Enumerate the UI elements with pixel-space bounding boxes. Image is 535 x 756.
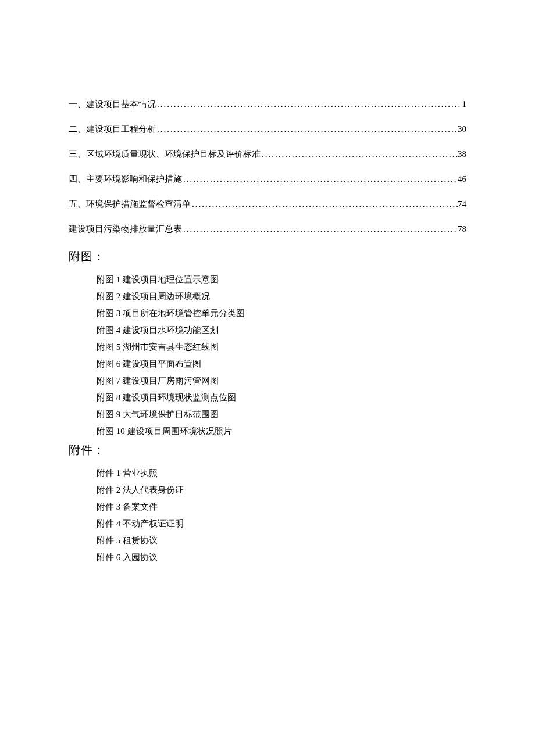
list-item: 附图 7 建设项目厂房雨污管网图 [97,372,466,389]
list-item: 附件 4 不动产权证证明 [97,515,466,532]
list-item: 附件 5 租赁协议 [97,532,466,549]
table-of-contents: 一、建设项目基本情况 1 二、建设项目工程分析 30 三、区域环境质量现状、环境… [69,99,466,235]
list-item: 附图 9 大气环境保护目标范围图 [97,406,466,423]
toc-leader-dots [261,149,458,159]
list-item: 附图 10 建设项目周围环境状况照片 [97,423,466,440]
figures-list: 附图 1 建设项目地理位置示意图 附图 2 建设项目周边环境概况 附图 3 项目… [69,271,466,440]
toc-page-number: 78 [458,224,466,234]
toc-page-number: 38 [458,149,466,159]
toc-title: 建设项目污染物排放量汇总表 [69,224,182,235]
list-item: 附件 2 法人代表身份证 [97,482,466,499]
toc-title: 四、主要环境影响和保护措施 [69,174,182,185]
toc-entry: 二、建设项目工程分析 30 [69,124,466,135]
list-item: 附图 3 项目所在地环境管控单元分类图 [97,305,466,322]
toc-page-number: 74 [458,199,466,209]
toc-entry: 五、环境保护措施监督检查清单 74 [69,199,466,210]
list-item: 附件 6 入园协议 [97,549,466,566]
list-item: 附图 1 建设项目地理位置示意图 [97,271,466,288]
toc-leader-dots [156,124,458,134]
toc-title: 一、建设项目基本情况 [69,99,156,110]
toc-title: 三、区域环境质量现状、环境保护目标及评价标准 [69,149,261,160]
toc-title: 五、环境保护措施监督检查清单 [69,199,191,210]
list-item: 附件 3 备案文件 [97,499,466,515]
list-item: 附图 5 湖州市安吉县生态红线图 [97,339,466,356]
toc-leader-dots [182,224,458,234]
list-item: 附件 1 营业执照 [97,465,466,482]
toc-leader-dots [156,99,462,109]
list-item: 附图 8 建设项目环境现状监测点位图 [97,389,466,406]
toc-entry: 三、区域环境质量现状、环境保护目标及评价标准 38 [69,149,466,160]
toc-entry: 一、建设项目基本情况 1 [69,99,466,110]
toc-title: 二、建设项目工程分析 [69,124,156,135]
toc-entry: 建设项目污染物排放量汇总表 78 [69,224,466,235]
toc-leader-dots [182,174,458,184]
toc-entry: 四、主要环境影响和保护措施 46 [69,174,466,185]
attachments-list: 附件 1 营业执照 附件 2 法人代表身份证 附件 3 备案文件 附件 4 不动… [69,465,466,566]
document-page: 一、建设项目基本情况 1 二、建设项目工程分析 30 三、区域环境质量现状、环境… [0,0,535,566]
toc-page-number: 1 [462,99,467,109]
toc-leader-dots [191,199,458,209]
list-item: 附图 4 建设项目水环境功能区划 [97,322,466,339]
attachments-heading: 附件： [69,442,466,458]
list-item: 附图 6 建设项目平面布置图 [97,356,466,372]
list-item: 附图 2 建设项目周边环境概况 [97,288,466,305]
toc-page-number: 30 [458,124,466,134]
figures-heading: 附图： [69,249,466,264]
toc-page-number: 46 [458,174,466,184]
